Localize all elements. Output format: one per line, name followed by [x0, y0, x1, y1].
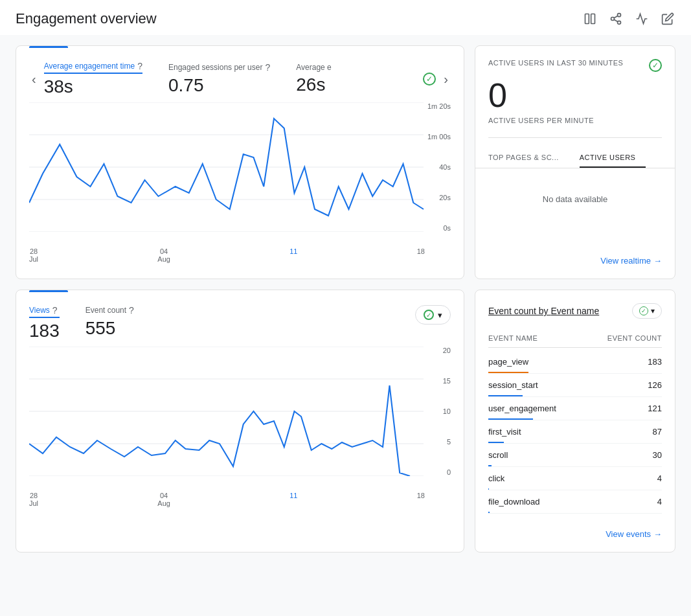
no-data-message: No data available — [488, 168, 662, 230]
svg-line-5 — [614, 19, 618, 21]
event-card-header: Event count by Event name ✓ ▾ — [488, 303, 662, 319]
check-icon-event: ✓ — [639, 306, 648, 315]
view-events-link[interactable]: View events → — [488, 529, 662, 539]
views-card: Views ? 183 Event count ? 555 ✓ ▾ — [16, 290, 464, 553]
metric-label-event-count: Event count ? — [85, 305, 134, 315]
event-value-5: 4 — [657, 473, 662, 483]
info-icon-event-count[interactable]: ? — [129, 305, 134, 315]
event-card-inner: Event count by Event name ✓ ▾ EVENT NAME… — [475, 290, 675, 552]
svg-line-6 — [614, 16, 618, 17]
views-chart-container: 20 15 10 5 0 — [16, 341, 464, 515]
chart-icon[interactable] — [634, 11, 650, 27]
event-name-5: click — [488, 473, 504, 483]
engagement-chart-container: 1m 20s 1m 00s 40s 20s 0s — [16, 97, 464, 271]
svg-point-4 — [618, 21, 621, 24]
event-name-4: scroll — [488, 450, 508, 460]
table-row: session_start 126 — [488, 374, 662, 397]
next-arrow[interactable]: › — [441, 69, 451, 89]
metric-label-engagement: Average engagement time ? — [44, 61, 142, 74]
info-icon-sessions[interactable]: ? — [265, 62, 270, 73]
event-value-3: 87 — [653, 427, 662, 437]
prev-arrow[interactable]: ‹ — [29, 69, 39, 89]
table-row: scroll 30 — [488, 444, 662, 467]
main-content: ‹ Average engagement time ? 38s Engaged … — [0, 35, 691, 563]
row-bar-3 — [488, 442, 504, 443]
metric-value-engagement: 38s — [44, 76, 142, 97]
x-axis-labels-bottom: 28 Jul 04 Aug 11 18 — [29, 489, 451, 507]
event-name-2: user_engagement — [488, 404, 556, 413]
metric-value-event-count: 555 — [85, 318, 134, 339]
view-realtime-arrow: → — [653, 256, 662, 266]
event-value-6: 4 — [657, 497, 662, 507]
x-label-bottom-04aug: 04 Aug — [157, 492, 170, 507]
event-card-title: Event count by Event name — [488, 306, 599, 316]
engagement-chart-area: 1m 20s 1m 00s 40s 20s 0s — [29, 102, 451, 245]
event-name-6: file_download — [488, 497, 540, 507]
info-icon-engagement[interactable]: ? — [137, 61, 142, 71]
event-count-card: Event count by Event name ✓ ▾ EVENT NAME… — [475, 290, 675, 553]
info-icon-views[interactable]: ? — [52, 305, 58, 315]
realtime-tabs: TOP PAGES & SC... ACTIVE USERS — [475, 148, 675, 168]
view-events-arrow: → — [653, 529, 662, 539]
metric-label-sessions: Engaged sessions per user ? — [168, 62, 270, 73]
share-icon[interactable] — [608, 11, 624, 27]
svg-point-2 — [618, 14, 621, 17]
table-row: first_visit 87 — [488, 420, 662, 444]
event-value-1: 126 — [648, 380, 662, 390]
tab-top-pages[interactable]: TOP PAGES & SC... — [488, 148, 569, 168]
bottom-metrics: Views ? 183 Event count ? 555 ✓ ▾ — [16, 292, 464, 341]
top-row: ‹ Average engagement time ? 38s Engaged … — [16, 45, 675, 279]
metric-value-sessions: 0.75 — [168, 75, 270, 96]
metric-label-views: Views ? — [29, 305, 60, 318]
engagement-line-chart — [29, 102, 451, 232]
table-header: EVENT NAME EVENT COUNT — [488, 329, 662, 348]
event-name-3: first_visit — [488, 427, 521, 437]
engagement-card: ‹ Average engagement time ? 38s Engaged … — [16, 45, 464, 279]
header-icons — [582, 11, 675, 27]
y-axis-labels: 1m 20s 1m 00s 40s 20s 0s — [425, 102, 451, 232]
y-axis-labels-bottom: 20 15 10 5 0 — [425, 347, 451, 476]
engagement-metrics: ‹ Average engagement time ? 38s Engaged … — [16, 48, 464, 97]
metric-views: Views ? 183 — [29, 305, 60, 341]
event-value-4: 30 — [653, 450, 662, 460]
row-bar-0 — [488, 372, 528, 373]
realtime-card: ACTIVE USERS IN LAST 30 MINUTES ✓ 0 ACTI… — [475, 45, 675, 279]
event-name-1: session_start — [488, 380, 538, 390]
row-bar-5 — [488, 488, 489, 490]
metric-value-views: 183 — [29, 321, 60, 341]
col-event-count: EVENT COUNT — [607, 334, 662, 342]
col-event-name: EVENT NAME — [488, 334, 538, 342]
views-chart-area: 20 15 10 5 0 — [29, 347, 451, 489]
realtime-inner: ACTIVE USERS IN LAST 30 MINUTES ✓ 0 ACTI… — [475, 46, 675, 279]
svg-rect-0 — [585, 14, 589, 24]
page-header: Engagement overview — [0, 0, 691, 35]
event-dropdown[interactable]: ✓ ▾ — [632, 303, 662, 319]
check-icon-compare: ✓ — [424, 310, 434, 320]
event-name-0: page_view — [488, 357, 528, 367]
x-label-11: 11 — [289, 247, 297, 263]
row-bar-1 — [488, 395, 523, 396]
tab-active-users[interactable]: ACTIVE USERS — [580, 148, 646, 168]
svg-point-3 — [611, 17, 615, 21]
divider-realtime — [488, 137, 662, 138]
metric-avg-engagement: Average engagement time ? 38s — [44, 61, 142, 97]
check-icon-realtime: ✓ — [649, 59, 662, 72]
bottom-row: Views ? 183 Event count ? 555 ✓ ▾ — [16, 290, 675, 553]
check-icon-top: ✓ — [423, 73, 436, 86]
realtime-value: 0 — [488, 77, 662, 114]
views-line-chart — [29, 347, 451, 476]
realtime-header: ACTIVE USERS IN LAST 30 MINUTES ✓ — [488, 59, 662, 72]
x-axis-labels: 28 Jul 04 Aug 11 18 — [29, 245, 451, 263]
row-bar-6 — [488, 512, 490, 513]
compare-button[interactable]: ✓ ▾ — [415, 305, 451, 325]
view-realtime-link[interactable]: View realtime → — [488, 256, 662, 266]
x-label-18: 18 — [417, 247, 425, 263]
table-row: file_download 4 — [488, 490, 662, 514]
table-row: click 4 — [488, 467, 662, 490]
columns-icon[interactable] — [582, 11, 598, 27]
x-label-04aug: 04 Aug — [157, 247, 170, 263]
edit-icon[interactable] — [660, 11, 675, 27]
metric-label-avg-e: Average e — [296, 63, 332, 72]
dropdown-arrow: ▾ — [651, 306, 655, 315]
metric-average-e: Average e 26s — [296, 63, 332, 95]
